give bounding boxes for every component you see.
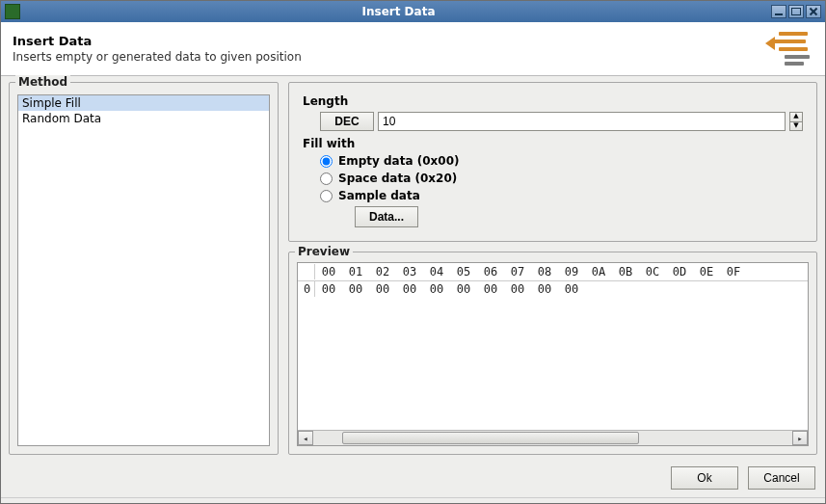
hex-header-row: 000102030405060708090A0B0C0D0E0F — [298, 263, 808, 281]
radio-empty-data-label[interactable]: Empty data (0x00) — [338, 154, 459, 168]
page-description: Inserts empty or generated data to given… — [13, 50, 771, 64]
length-spinner: ▲ ▼ — [789, 112, 803, 131]
radio-sample-data-label[interactable]: Sample data — [338, 189, 420, 202]
preview-group: Preview 000102030405060708090A0B0C0D0E0F… — [288, 252, 817, 455]
dialog-header: Insert Data Inserts empty or generated d… — [1, 22, 825, 76]
radio-space-data-label[interactable]: Space data (0x20) — [338, 172, 457, 185]
method-item-random-data[interactable]: Random Data — [18, 111, 269, 126]
radio-empty-data[interactable] — [320, 155, 333, 168]
length-input[interactable] — [378, 112, 786, 131]
method-item-simple-fill[interactable]: Simple Fill — [18, 95, 269, 111]
scroll-right-button[interactable]: ▸ — [792, 431, 808, 445]
window: Insert Data Insert Data Inserts empty or… — [0, 0, 826, 504]
settings-group: Length DEC ▲ ▼ Fill with Empty data (0x0… — [288, 82, 817, 242]
method-group: Method Simple Fill Random Data — [9, 82, 279, 455]
hex-row: 000000000000000000000 — [298, 281, 808, 297]
radio-space-data[interactable] — [320, 172, 333, 185]
statusbar — [1, 497, 825, 503]
dialog-footer: Ok Cancel — [1, 459, 825, 497]
spin-up-button[interactable]: ▲ — [789, 112, 803, 121]
minimize-button[interactable] — [771, 5, 786, 18]
spin-down-button[interactable]: ▼ — [789, 121, 803, 132]
close-button[interactable] — [806, 5, 821, 18]
radio-sample-data[interactable] — [320, 190, 333, 202]
maximize-button[interactable] — [788, 5, 804, 18]
insert-data-icon — [771, 30, 813, 68]
preview-legend: Preview — [295, 245, 353, 258]
page-title: Insert Data — [13, 34, 771, 48]
ok-button[interactable]: Ok — [671, 466, 738, 490]
method-legend: Method — [15, 75, 70, 89]
scroll-thumb[interactable] — [342, 432, 639, 444]
scroll-track[interactable] — [313, 431, 792, 445]
sample-data-button[interactable]: Data... — [355, 206, 418, 227]
radix-toggle-button[interactable]: DEC — [320, 112, 374, 131]
length-label: Length — [303, 94, 803, 108]
horizontal-scrollbar[interactable]: ◂ ▸ — [298, 430, 808, 445]
content-area: Method Simple Fill Random Data Length DE… — [1, 76, 825, 459]
hex-preview: 000102030405060708090A0B0C0D0E0F 0000000… — [297, 262, 809, 446]
fill-with-label: Fill with — [303, 137, 803, 150]
titlebar[interactable]: Insert Data — [1, 1, 825, 22]
cancel-button[interactable]: Cancel — [748, 466, 815, 490]
window-title: Insert Data — [26, 5, 771, 18]
method-list[interactable]: Simple Fill Random Data — [17, 94, 270, 446]
app-icon — [5, 4, 20, 19]
scroll-left-button[interactable]: ◂ — [298, 431, 313, 445]
